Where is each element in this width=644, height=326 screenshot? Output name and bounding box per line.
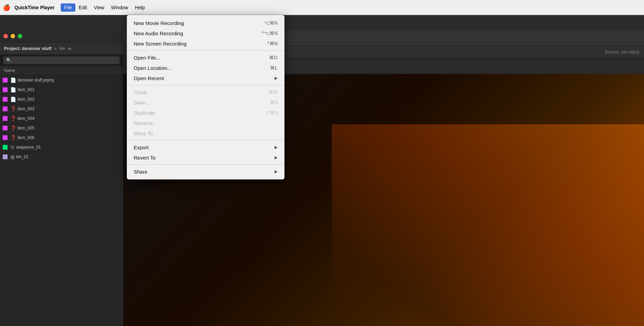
menu-shortcut: ⌘L — [270, 65, 278, 71]
menu-label: New Movie Recording — [134, 20, 184, 26]
menu-label: Export — [134, 145, 148, 150]
menu-label: Close — [134, 89, 147, 95]
menu-item-share[interactable]: Share ▶ — [127, 166, 284, 177]
menu-item-export[interactable]: Export ▶ — [127, 142, 284, 152]
menu-item-revert-to[interactable]: Revert To ▶ — [127, 152, 284, 163]
submenu-arrow-icon: ▶ — [275, 145, 278, 150]
menu-item-open-file[interactable]: Open File... ⌘O — [127, 52, 284, 63]
menu-label: Open Location... — [134, 65, 171, 71]
menu-label: Save... — [134, 100, 150, 105]
menu-shortcut: ^⌘N — [267, 41, 278, 46]
menu-shortcut: ⇧⌘S — [266, 110, 278, 115]
menu-item-close: Close ⌘W — [127, 87, 284, 97]
menu-separator — [127, 50, 284, 51]
file-dropdown-menu: New Movie Recording ⌥⌘N New Audio Record… — [127, 15, 284, 179]
menu-label: Open File... — [134, 55, 160, 61]
menu-label: Revert To — [134, 155, 156, 161]
menu-label: New Audio Recording — [134, 30, 183, 36]
submenu-arrow-icon: ▶ — [275, 76, 278, 80]
menu-separator — [127, 85, 284, 85]
menu-item-rename: Rename... — [127, 118, 284, 128]
menu-label: Move To... — [134, 130, 157, 136]
menu-shortcut: ⌥⌘N — [264, 20, 278, 26]
menu-label: Share — [134, 169, 147, 175]
submenu-arrow-icon: ▶ — [275, 155, 278, 160]
menu-label: Rename... — [134, 120, 157, 126]
menu-label: Duplicate — [134, 110, 155, 116]
menu-item-save: Save... ⌘S — [127, 97, 284, 108]
menu-separator — [127, 140, 284, 140]
menu-label: Open Recent — [134, 75, 164, 81]
menu-item-new-movie-recording[interactable]: New Movie Recording ⌥⌘N — [127, 18, 284, 28]
menu-shortcut: ⌘O — [269, 55, 278, 60]
menu-shortcut: ⌘W — [268, 89, 278, 95]
menu-item-new-screen-recording[interactable]: New Screen Recording ^⌘N — [127, 38, 284, 49]
submenu-arrow-icon: ▶ — [275, 169, 278, 174]
menu-separator — [127, 164, 284, 165]
menu-shortcut: ^⌥⌘N — [262, 30, 278, 36]
menu-item-move-to: Move To... — [127, 128, 284, 138]
menu-shortcut: ⌘S — [270, 100, 278, 105]
menu-item-duplicate: Duplicate ⇧⌘S — [127, 108, 284, 118]
menu-item-open-location[interactable]: Open Location... ⌘L — [127, 63, 284, 73]
menu-label: New Screen Recording — [134, 41, 186, 47]
menu-item-open-recent[interactable]: Open Recent ▶ — [127, 73, 284, 83]
menu-overlay: New Movie Recording ⌥⌘N New Audio Record… — [0, 0, 644, 326]
menu-item-new-audio-recording[interactable]: New Audio Recording ^⌥⌘N — [127, 28, 284, 38]
